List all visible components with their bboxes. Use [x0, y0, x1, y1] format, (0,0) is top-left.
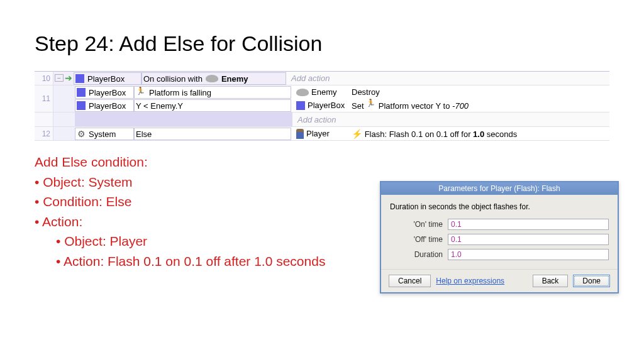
object-label: PlayerBox	[89, 101, 126, 111]
event-sheet: 10 − ➔ PlayerBox On collision with Enemy…	[35, 71, 609, 141]
done-button[interactable]: Done	[573, 275, 610, 287]
enemy-icon	[296, 89, 309, 96]
condition-label: Platform is falling	[149, 88, 211, 97]
line-number: 11	[35, 85, 53, 112]
parameters-dialog: Parameters for Player (Flash): Flash Dur…	[380, 181, 619, 293]
event-row-12[interactable]: 12 System Else Player ⚡ Flash: Flash 0.1…	[35, 127, 609, 141]
instr-heading: Add Else condition:	[35, 152, 609, 172]
page-title: Step 24: Add Else for Collision	[35, 31, 609, 56]
object-label: System	[89, 129, 116, 139]
square-icon	[77, 88, 86, 97]
duration-label: Duration	[390, 250, 448, 259]
action-set-vector[interactable]: PlayerBox Set Platform vector Y to -700	[291, 99, 609, 112]
off-time-input[interactable]	[448, 234, 609, 245]
action-object: Player	[306, 129, 330, 138]
condition-object[interactable]: PlayerBox	[74, 72, 142, 85]
enemy-icon	[206, 75, 218, 82]
square-icon	[77, 101, 86, 110]
object-label: PlayerBox	[87, 74, 125, 84]
condition-label: On collision with	[143, 74, 203, 84]
gear-icon	[77, 129, 86, 138]
platform-run-icon	[136, 88, 146, 97]
indent	[53, 85, 75, 112]
line-number: 10	[35, 72, 53, 85]
off-time-label: 'Off' time	[390, 235, 448, 244]
line-number: 12	[35, 127, 53, 140]
back-button[interactable]: Back	[533, 275, 569, 287]
on-time-input[interactable]	[448, 219, 609, 230]
condition-label: Y < Enemy.Y	[136, 101, 183, 111]
condition-object[interactable]: PlayerBox	[75, 86, 134, 99]
player-icon	[296, 129, 304, 139]
action-object: Enemy	[311, 87, 336, 97]
indent	[53, 127, 75, 140]
line-number	[35, 112, 53, 126]
square-icon	[75, 74, 84, 83]
condition-text[interactable]: On collision with Enemy	[142, 72, 286, 85]
dialog-title: Parameters for Player (Flash): Flash	[381, 182, 618, 195]
condition-object[interactable]: PlayerBox	[75, 99, 134, 112]
trigger-arrow-icon: ➔	[65, 72, 74, 85]
condition-object[interactable]: System	[75, 128, 134, 140]
action-object: PlayerBox	[308, 101, 345, 110]
event-row-11b: Add action	[35, 112, 609, 127]
add-action-link[interactable]: Add action	[286, 72, 609, 85]
dialog-description: Duration in seconds the object flashes f…	[390, 202, 609, 211]
indent	[53, 112, 75, 126]
condition-text[interactable]: Y < Enemy.Y	[134, 99, 291, 112]
duration-input[interactable]	[448, 249, 609, 260]
condition-text[interactable]: Else	[134, 128, 291, 140]
condition-text[interactable]: Platform is falling	[134, 86, 291, 99]
add-action-link[interactable]: Add action	[292, 112, 609, 126]
object-label: PlayerBox	[89, 88, 126, 97]
action-destroy[interactable]: Enemy Destroy	[291, 85, 609, 99]
action-text: ⚡ Flash: Flash 0.1 on 0.1 off for 1.0 se…	[352, 129, 517, 139]
event-row-11: 11 PlayerBox Platform is falling	[35, 85, 609, 112]
event-row-10[interactable]: 10 − ➔ PlayerBox On collision with Enemy…	[35, 72, 609, 85]
target-label: Enemy	[221, 74, 248, 84]
action-text: Set Platform vector Y to -700	[352, 100, 469, 111]
square-icon	[296, 101, 305, 110]
on-time-label: 'On' time	[390, 220, 448, 229]
action-text: Destroy	[352, 87, 380, 97]
cancel-button[interactable]: Cancel	[389, 275, 431, 287]
help-link[interactable]: Help on expressions	[436, 277, 527, 285]
collapse-icon[interactable]: −	[55, 74, 64, 82]
bolt-icon: ⚡	[352, 129, 362, 139]
selection-bar[interactable]	[75, 112, 292, 126]
platform-run-icon	[366, 100, 376, 109]
condition-label: Else	[136, 129, 152, 139]
action-flash[interactable]: Player ⚡ Flash: Flash 0.1 on 0.1 off for…	[291, 127, 609, 140]
